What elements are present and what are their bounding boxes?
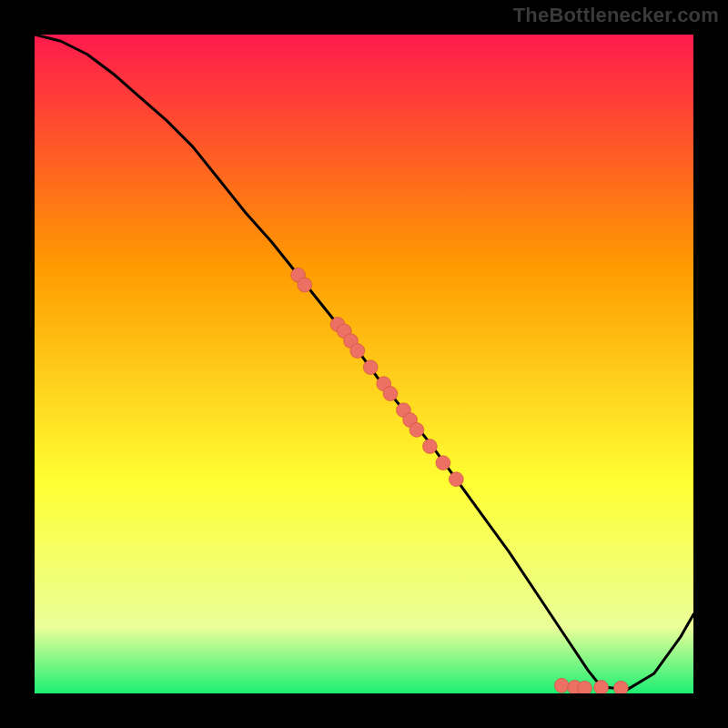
data-marker (410, 422, 424, 437)
data-marker (594, 681, 609, 693)
chart-plot (35, 35, 693, 693)
chart-svg (35, 35, 693, 693)
data-marker (383, 387, 398, 401)
data-marker (350, 344, 365, 359)
data-marker (298, 278, 312, 292)
data-marker (449, 472, 463, 487)
data-marker (363, 360, 378, 375)
data-marker (554, 678, 569, 693)
data-marker (613, 681, 628, 693)
data-marker (436, 456, 450, 470)
watermark-text: TheBottlenecker.com (513, 4, 719, 27)
chart-frame: TheBottlenecker.com (0, 0, 728, 728)
data-marker (422, 440, 437, 454)
data-marker (578, 681, 592, 693)
